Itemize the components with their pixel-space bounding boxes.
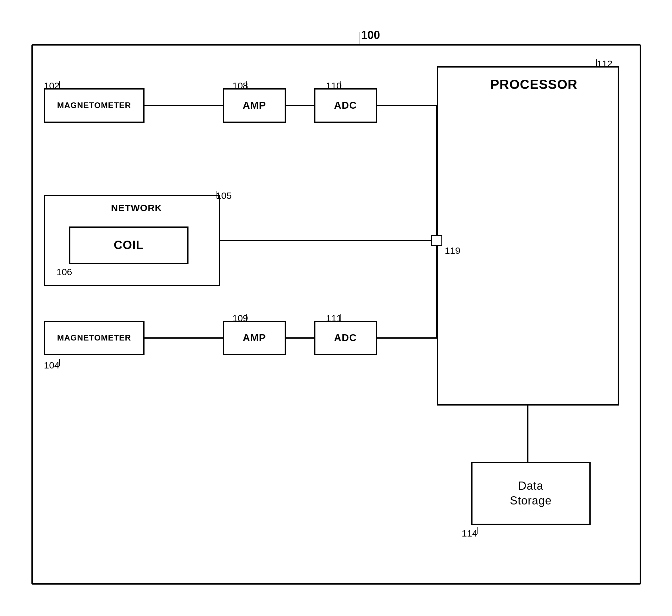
amp-2-box: AMP bbox=[223, 321, 286, 355]
adc-1-box: ADC bbox=[314, 88, 377, 123]
ref-112-tick bbox=[596, 59, 597, 66]
amp-1-label: AMP bbox=[243, 100, 266, 111]
ref-105-tick bbox=[216, 191, 216, 198]
coil-label: COIL bbox=[114, 238, 144, 252]
adc-1-label: ADC bbox=[334, 100, 357, 111]
ref-109-tick bbox=[246, 314, 247, 321]
coil-box: COIL bbox=[69, 226, 188, 264]
data-storage-label: DataStorage bbox=[510, 479, 552, 508]
ref-110-tick bbox=[340, 81, 341, 88]
data-storage-box: DataStorage bbox=[471, 462, 591, 525]
page-container: 100 MAGNETOMETER bbox=[0, 0, 672, 616]
ref-104: 104 bbox=[44, 360, 60, 371]
ref-105: 105 bbox=[216, 190, 232, 201]
ref-112: 112 bbox=[597, 58, 613, 69]
ref-104-tick bbox=[59, 359, 60, 366]
adc-2-box: ADC bbox=[314, 321, 377, 355]
magnetometer-1-box: MAGNETOMETER bbox=[44, 88, 145, 123]
ref-119: 119 bbox=[445, 245, 461, 256]
diagram-outer: 100 MAGNETOMETER bbox=[25, 25, 647, 591]
ref-102-tick bbox=[59, 81, 60, 88]
processor-box: PROCESSOR bbox=[437, 66, 619, 406]
ref-114: 114 bbox=[462, 528, 478, 539]
amp-2-label: AMP bbox=[243, 332, 266, 344]
ref-106: 106 bbox=[57, 267, 72, 277]
magnetometer-2-label: MAGNETOMETER bbox=[57, 333, 131, 343]
ref-110: 110 bbox=[326, 80, 342, 91]
ref-102: 102 bbox=[44, 80, 60, 91]
network-label: NETWORK bbox=[111, 203, 162, 213]
ref-114-tick bbox=[477, 527, 478, 534]
ref-111-tick bbox=[340, 314, 341, 321]
adc-2-label: ADC bbox=[334, 332, 357, 344]
magnetometer-2-box: MAGNETOMETER bbox=[44, 321, 145, 355]
magnetometer-1-label: MAGNETOMETER bbox=[57, 101, 131, 110]
connector-square bbox=[431, 235, 442, 246]
ref-108-tick bbox=[246, 81, 247, 88]
amp-1-box: AMP bbox=[223, 88, 286, 123]
processor-label: PROCESSOR bbox=[490, 77, 577, 92]
ref-111: 111 bbox=[326, 313, 342, 324]
ref-106-tick bbox=[71, 265, 71, 272]
